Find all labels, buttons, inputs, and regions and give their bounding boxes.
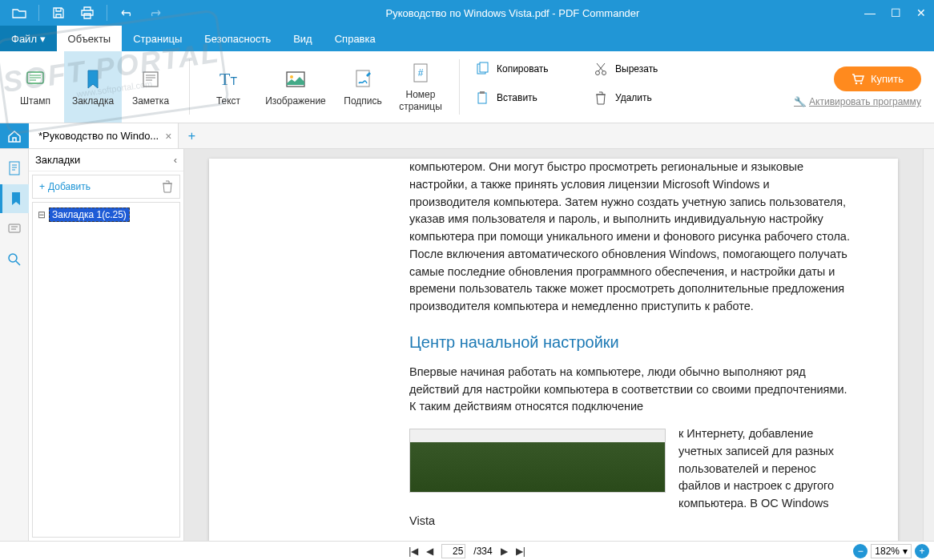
zoom-out-button[interactable]: −: [853, 544, 868, 558]
total-pages: /334: [473, 546, 492, 557]
menu-objects[interactable]: Объекты: [57, 26, 123, 51]
buy-button[interactable]: Купить: [834, 66, 921, 91]
save-icon[interactable]: [46, 0, 71, 26]
window-title: Руководство по Windows Vista.pdf - PDF C…: [168, 7, 857, 19]
prev-page-button[interactable]: ◀: [426, 546, 433, 557]
copy-icon: [474, 61, 490, 77]
note-icon: [139, 68, 162, 91]
menu-file[interactable]: Файл ▾: [0, 26, 57, 51]
copy-button[interactable]: Копировать: [469, 56, 582, 82]
stamp-button[interactable]: Штамп: [6, 51, 64, 123]
last-page-button[interactable]: ▶|: [516, 546, 525, 557]
svg-rect-1: [143, 72, 158, 87]
home-tab[interactable]: [0, 123, 29, 148]
menu-bar: Файл ▾ Объекты Страницы Безопасность Вид…: [0, 26, 934, 51]
svg-point-3: [290, 75, 293, 79]
chevron-down-icon: ▾: [903, 546, 908, 557]
svg-rect-15: [10, 162, 19, 175]
maximize-button[interactable]: ☐: [883, 0, 908, 26]
cut-button[interactable]: Вырезать: [588, 56, 700, 82]
cart-icon: [851, 74, 864, 85]
paragraph: Впервые начиная работать на компьютере, …: [409, 364, 850, 416]
delete-icon: [593, 90, 609, 106]
svg-text:#: #: [418, 67, 424, 79]
svg-point-14: [860, 82, 863, 84]
main-area: Закладки ‹ + Добавить ⊟ Закладка 1(с.25)…: [0, 149, 934, 541]
svg-rect-8: [480, 62, 488, 72]
page-number-button[interactable]: # Номер страницы: [392, 51, 449, 123]
add-bookmark-button[interactable]: + Добавить: [39, 181, 91, 192]
document-tab[interactable]: *Руководство по Windo... ×: [29, 123, 179, 148]
svg-point-13: [855, 82, 858, 84]
close-button[interactable]: ✕: [908, 0, 934, 26]
text-button[interactable]: TT Текст: [199, 51, 257, 123]
document-tabs: *Руководство по Windo... × +: [0, 123, 934, 149]
tree-toggle-icon[interactable]: ⊟: [38, 209, 46, 220]
menu-help[interactable]: Справка: [324, 26, 387, 51]
section-heading: Центр начальной настройки: [409, 330, 850, 354]
bookmark-button[interactable]: Закладка: [64, 51, 122, 123]
bookmarks-panel: Закладки ‹ + Добавить ⊟ Закладка 1(с.25): [29, 149, 184, 541]
image-icon: [284, 68, 307, 91]
page-number-input[interactable]: [441, 544, 465, 558]
document-scroll[interactable]: компьютером. Они могут быстро просмотрет…: [184, 149, 923, 541]
signature-button[interactable]: Подпись: [334, 51, 392, 123]
bookmarks-title: Закладки: [35, 154, 80, 166]
zoom-in-button[interactable]: +: [915, 544, 929, 558]
undo-icon[interactable]: [114, 0, 139, 26]
ribbon-toolbar: Штамп Закладка Заметка TT Текст Изображе…: [0, 51, 934, 123]
bookmarks-panel-button[interactable]: [0, 184, 29, 213]
key-icon: 🔧: [794, 96, 806, 107]
paste-icon: [474, 90, 490, 106]
plus-icon: +: [39, 181, 45, 192]
delete-button[interactable]: Удалить: [588, 85, 700, 111]
menu-view[interactable]: Вид: [282, 26, 324, 51]
pages-panel-button[interactable]: [0, 154, 29, 183]
paste-button[interactable]: Вставить: [469, 85, 582, 111]
open-icon[interactable]: [6, 0, 32, 26]
side-strip: [0, 149, 29, 541]
zoom-controls: − 182% ▾ +: [853, 544, 929, 558]
svg-point-17: [9, 254, 17, 262]
title-bar: Руководство по Windows Vista.pdf - PDF C…: [0, 0, 934, 26]
svg-rect-11: [478, 93, 486, 103]
menu-pages[interactable]: Страницы: [122, 26, 193, 51]
note-button[interactable]: Заметка: [122, 51, 179, 123]
activate-link[interactable]: 🔧 Активировать программу: [794, 96, 921, 107]
delete-bookmark-icon[interactable]: [162, 180, 173, 193]
pdf-page: компьютером. Они могут быстро просмотрет…: [209, 159, 898, 541]
comments-panel-button[interactable]: [0, 215, 29, 244]
svg-rect-4: [356, 71, 369, 87]
svg-point-10: [602, 71, 606, 75]
redo-icon[interactable]: [143, 0, 168, 26]
bookmarks-tree: ⊟ Закладка 1(с.25): [32, 202, 180, 538]
bookmark-icon: [82, 68, 104, 91]
zoom-dropdown[interactable]: 182% ▾: [871, 544, 912, 558]
vertical-scrollbar[interactable]: [923, 149, 934, 541]
menu-security[interactable]: Безопасность: [193, 26, 282, 51]
page-navigation: |◀ ◀ /334 ▶ ▶|: [409, 544, 525, 558]
minimize-button[interactable]: —: [857, 0, 883, 26]
search-panel-button[interactable]: [0, 245, 29, 274]
svg-point-9: [596, 71, 600, 75]
print-icon[interactable]: [74, 0, 100, 26]
close-tab-icon[interactable]: ×: [165, 130, 171, 143]
first-page-button[interactable]: |◀: [409, 546, 418, 557]
document-viewport: компьютером. Они могут быстро просмотрет…: [184, 149, 934, 541]
add-tab-button[interactable]: +: [179, 123, 204, 148]
collapse-panel-icon[interactable]: ‹: [174, 154, 177, 166]
text-icon: TT: [217, 68, 240, 91]
next-page-button[interactable]: ▶: [501, 546, 508, 557]
page-number-icon: #: [409, 62, 432, 84]
svg-rect-12: [480, 91, 485, 94]
signature-icon: [352, 68, 374, 91]
image-button[interactable]: Изображение: [257, 51, 334, 123]
cut-icon: [593, 61, 609, 77]
stamp-icon: [24, 68, 46, 91]
bookmark-item[interactable]: ⊟ Закладка 1(с.25): [38, 207, 175, 222]
embedded-screenshot: [409, 429, 666, 493]
svg-rect-16: [9, 224, 20, 232]
paragraph: компьютером. Они могут быстро просмотрет…: [409, 159, 850, 316]
status-bar: |◀ ◀ /334 ▶ ▶| − 182% ▾ +: [0, 541, 934, 560]
